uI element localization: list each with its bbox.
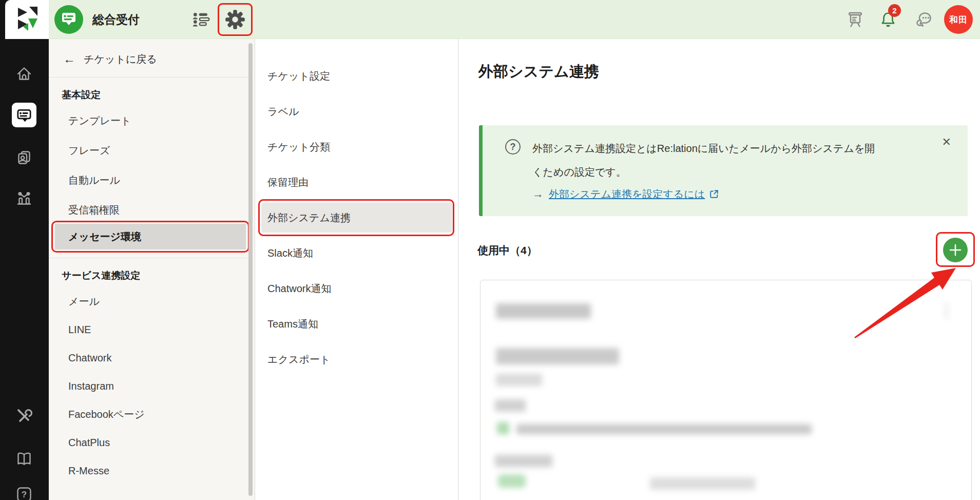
settings-nav-panel: ← チケットに戻る 基本設定 テンプレート フレーズ 自動ルール 受信箱権限 メ… — [49, 39, 255, 500]
sidebar-item-home[interactable] — [15, 65, 33, 83]
blurred-green-chip — [497, 422, 509, 434]
page-title: 外部システム連携 — [478, 62, 599, 82]
announcements-button[interactable] — [846, 10, 864, 29]
blurred-card-content — [481, 280, 971, 500]
back-to-tickets-link[interactable]: ← チケットに戻る — [63, 49, 157, 69]
submenu-item-label: 外部システム連携 — [267, 206, 351, 229]
nav-item-instagram[interactable]: Instagram — [68, 376, 114, 396]
nav-item-templates[interactable]: テンプレート — [68, 110, 131, 131]
app-logo-button[interactable] — [5, 0, 49, 39]
inbox-chat-icon — [54, 5, 84, 34]
workspace-name: 総合受付 — [92, 12, 140, 28]
left-rail: ? — [0, 0, 49, 500]
back-arrow-icon: ← — [63, 52, 75, 66]
blurred-title — [496, 303, 591, 319]
nav-item-chatwork[interactable]: Chatwork — [68, 348, 111, 368]
book-icon — [15, 450, 33, 467]
nav-item-mail[interactable]: メール — [68, 291, 100, 312]
relation-logo-icon — [15, 6, 40, 33]
info-text-line1: 外部システム連携設定とはRe:lationに届いたメールから外部システムを開 — [532, 137, 875, 160]
blurred-field-value — [496, 374, 542, 386]
nav-item-chatplus[interactable]: ChatPlus — [68, 432, 110, 453]
kebab-menu-icon[interactable] — [945, 304, 948, 321]
submenu-item-external-system[interactable]: 外部システム連携 — [261, 203, 452, 233]
in-use-heading: 使用中（4） — [477, 243, 537, 258]
nav-item-facebook[interactable]: Facebookページ — [68, 404, 145, 425]
submenu-item-labels[interactable]: ラベル — [267, 100, 299, 123]
user-avatar[interactable]: 和田 — [944, 5, 973, 34]
arrow-right-icon: → — [532, 187, 544, 201]
nav-item-rmesse[interactable]: R-Messe — [68, 460, 109, 481]
chat-support-button[interactable] — [915, 10, 933, 29]
top-bar: 総合受付 — [49, 0, 980, 39]
add-integration-button[interactable] — [943, 238, 968, 262]
submenu-item-slack[interactable]: Slack通知 — [267, 242, 313, 264]
nav-item-line[interactable]: LINE — [68, 319, 91, 340]
plus-icon — [949, 243, 962, 257]
blurred-url-line — [516, 424, 812, 434]
divider — [49, 258, 251, 258]
info-banner: ? 外部システム連携設定とはRe:lationに届いたメールから外部システムを開… — [479, 125, 968, 216]
sidebar-item-tickets[interactable] — [12, 103, 36, 127]
back-label: チケットに戻る — [84, 52, 157, 66]
link-label: 外部システム連携を設定するには — [549, 187, 705, 201]
tools-icon — [15, 407, 33, 425]
submenu-item-ticket-settings[interactable]: チケット設定 — [267, 65, 330, 87]
blurred-footer-text — [650, 477, 755, 490]
help-icon: ? — [15, 486, 33, 500]
sidebar-item-guide[interactable] — [15, 450, 33, 467]
info-link-row: → 外部システム連携を設定するには — [532, 184, 719, 204]
announcement-board-icon — [846, 10, 864, 29]
nav-section-basic-title: 基本設定 — [62, 85, 101, 105]
notification-badge: 2 — [888, 4, 901, 17]
chat-bubbles-icon — [915, 10, 933, 29]
settings-gear-button[interactable] — [225, 9, 245, 30]
divider — [49, 77, 251, 78]
nav-section-services-title: サービス連携設定 — [62, 265, 140, 286]
sidebar-item-contacts[interactable] — [15, 148, 33, 166]
sidebar-item-tools[interactable] — [15, 407, 33, 425]
integration-card — [480, 280, 972, 500]
submenu-item-export[interactable]: エクスポート — [267, 348, 330, 371]
external-system-help-link[interactable]: 外部システム連携を設定するには — [549, 187, 719, 201]
sidebar-item-help[interactable]: ? — [15, 486, 33, 500]
submenu-item-ticket-classification[interactable]: チケット分類 — [267, 136, 330, 158]
blurred-field-title — [496, 348, 619, 364]
home-icon — [15, 65, 33, 83]
members-list-icon — [191, 10, 210, 29]
ticket-chat-icon — [15, 106, 33, 124]
nav-item-auto-rules[interactable]: 自動ルール — [68, 170, 120, 190]
submenu-item-teams-notify[interactable]: Teams通知 — [267, 313, 318, 335]
blurred-label — [495, 399, 526, 412]
submenu-item-hold-reason[interactable]: 保留理由 — [267, 171, 309, 194]
settings-submenu-panel: チケット設定 ラベル チケット分類 保留理由 外部システム連携 Slack通知 … — [255, 39, 458, 500]
address-book-icon — [15, 148, 33, 166]
notifications: 2 — [879, 10, 897, 29]
svg-text:?: ? — [22, 490, 27, 499]
member-assignment-button[interactable] — [191, 10, 210, 29]
blurred-label-2 — [495, 455, 552, 467]
sidebar-item-analytics[interactable] — [15, 189, 33, 207]
external-link-icon — [709, 189, 719, 199]
nav-item-phrases[interactable]: フレーズ — [68, 140, 110, 161]
info-text-line2: くための設定です。 — [532, 160, 626, 184]
nav-item-message-environment[interactable]: メッセージ環境 — [55, 224, 246, 249]
stats-chart-icon — [15, 189, 33, 207]
question-icon: ? — [505, 139, 521, 155]
app: ? 総合受付 — [0, 0, 980, 500]
nav-scrollbar[interactable] — [248, 43, 253, 496]
blurred-green-badge — [498, 474, 526, 488]
nav-item-label: メッセージ環境 — [68, 224, 141, 249]
nav-item-inbox-permissions[interactable]: 受信箱権限 — [68, 200, 120, 220]
submenu-item-chatwork-notify[interactable]: Chatwork通知 — [267, 277, 331, 300]
gear-icon — [225, 9, 245, 30]
workspace-selector[interactable]: 総合受付 — [54, 5, 140, 34]
main-content: 外部システム連携 ? 外部システム連携設定とはRe:lationに届いたメールか… — [458, 39, 980, 500]
close-banner-button[interactable]: ✕ — [942, 137, 951, 148]
